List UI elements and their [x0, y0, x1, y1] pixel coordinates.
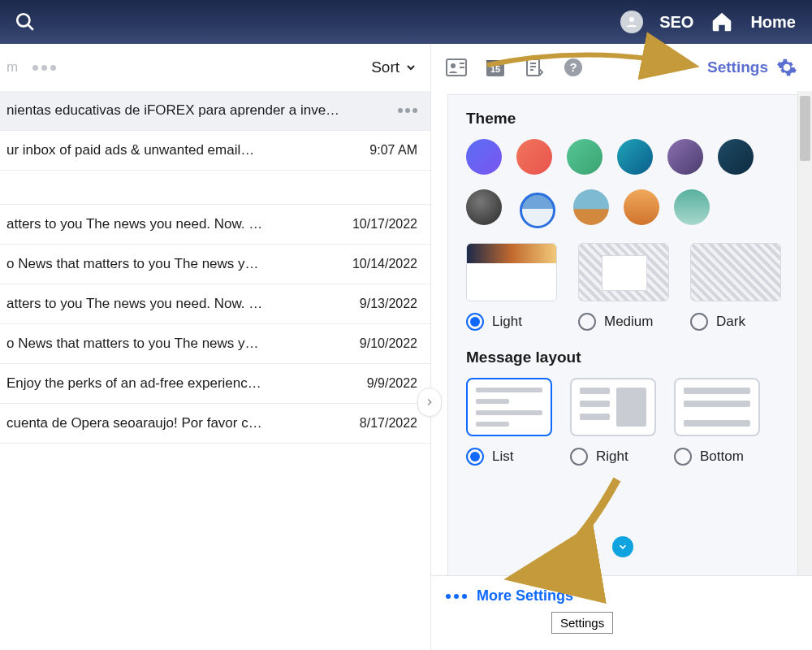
layout-card-bottom[interactable] — [674, 378, 760, 436]
sort-label: Sort — [371, 58, 400, 76]
svg-point-0 — [17, 14, 29, 26]
message-subject: Enjoy the perks of an ad-free experienc… — [6, 375, 357, 392]
layout-label-list: List — [492, 448, 513, 465]
mode-label-dark: Dark — [716, 314, 745, 330]
mode-card-dark[interactable] — [690, 243, 781, 301]
layout-card-list[interactable] — [466, 378, 552, 436]
more-settings-link[interactable]: More Settings — [446, 587, 797, 604]
calendar-day: 15 — [485, 64, 506, 74]
message-subject: nientas educativas de iFOREX para aprend… — [6, 102, 390, 119]
chevron-down-icon — [404, 61, 417, 74]
message-subject: ur inbox of paid ads & unwanted email… — [6, 142, 360, 158]
mode-card-medium[interactable] — [578, 243, 669, 301]
more-icon — [446, 594, 467, 599]
calendar-icon[interactable]: 15 — [485, 57, 506, 78]
message-subject: cuenta de Opera seoaraujo! Por favor c… — [6, 415, 350, 431]
layout-heading: Message layout — [466, 349, 781, 366]
message-row[interactable]: nientas educativas de iFOREX para aprend… — [0, 91, 430, 131]
more-settings-label: More Settings — [477, 587, 573, 604]
layout-card-right[interactable] — [570, 378, 656, 436]
chevron-down-icon — [617, 541, 628, 552]
search-button[interactable] — [11, 8, 39, 36]
svg-point-2 — [629, 17, 634, 22]
theme-swatch-green[interactable] — [567, 139, 603, 175]
settings-footer: More Settings Settings — [431, 575, 812, 650]
layout-label-bottom: Bottom — [700, 448, 744, 465]
message-subject: o News that matters to you The news y… — [6, 336, 350, 352]
settings-label: Settings — [707, 58, 768, 76]
theme-swatches — [466, 139, 781, 232]
message-time: 9/9/2022 — [367, 376, 417, 391]
message-row[interactable]: o News that matters to you The news y…10… — [0, 245, 430, 284]
toolbar: 15 ? Settings — [431, 44, 812, 91]
settings-panel: Theme — [447, 94, 797, 575]
message-time: 9/13/2022 — [360, 297, 417, 311]
help-icon[interactable]: ? — [563, 57, 584, 78]
layout-label-right: Right — [596, 448, 628, 465]
list-more-button[interactable] — [32, 65, 56, 71]
message-row[interactable]: cuenta de Opera seoaraujo! Por favor c…8… — [0, 404, 430, 444]
list-placeholder: m — [6, 59, 18, 76]
theme-swatch-purple[interactable] — [466, 139, 502, 175]
mode-card-light[interactable] — [466, 243, 557, 301]
theme-swatch-teal[interactable] — [617, 139, 653, 175]
message-time: 10/17/2022 — [352, 217, 417, 232]
message-row[interactable]: atters to you The news you need. Now. …1… — [0, 205, 430, 245]
layout-radio-bottom[interactable]: Bottom — [674, 448, 760, 466]
message-subject: o News that matters to you The news y… — [6, 256, 343, 272]
list-gap — [0, 171, 430, 205]
message-time: 10/14/2022 — [352, 257, 417, 271]
app-header: SEO Home — [0, 0, 812, 44]
svg-point-4 — [451, 63, 456, 68]
layout-radio-list[interactable]: List — [466, 448, 552, 466]
search-icon — [15, 11, 36, 32]
username-label: SEO — [659, 13, 693, 32]
message-more-button[interactable] — [398, 108, 417, 113]
message-row[interactable]: atters to you The news you need. Now. …9… — [0, 284, 430, 324]
message-time: 9:07 AM — [369, 143, 417, 158]
mode-radio-medium[interactable]: Medium — [578, 313, 669, 331]
mode-label-medium: Medium — [604, 314, 653, 330]
contacts-icon[interactable] — [446, 57, 467, 78]
theme-heading: Theme — [466, 110, 781, 128]
theme-swatch-mountain-selected[interactable] — [516, 189, 559, 232]
right-pane: 15 ? Settings Theme — [431, 44, 812, 650]
sort-button[interactable]: Sort — [371, 58, 417, 76]
message-time: 8/17/2022 — [360, 416, 417, 431]
message-subject: atters to you The news you need. Now. … — [6, 216, 343, 232]
home-icon[interactable] — [710, 10, 734, 34]
settings-button[interactable]: Settings — [707, 57, 797, 78]
gear-icon — [776, 57, 797, 78]
mode-radio-dark[interactable]: Dark — [690, 313, 781, 331]
message-subject: atters to you The news you need. Now. … — [6, 296, 350, 312]
mode-label-light: Light — [492, 314, 522, 330]
panel-scrollbar[interactable] — [797, 91, 812, 575]
notes-icon[interactable] — [524, 57, 545, 78]
theme-swatch-forest[interactable] — [674, 189, 710, 225]
message-list-pane: m Sort nientas educativas de iFOREX para… — [0, 44, 431, 650]
avatar-icon — [624, 15, 639, 29]
tooltip: Settings — [551, 612, 613, 634]
home-link[interactable]: Home — [750, 13, 796, 32]
mode-radio-light[interactable]: Light — [466, 313, 557, 331]
theme-swatch-navy[interactable] — [718, 139, 754, 175]
layout-radio-right[interactable]: Right — [570, 448, 656, 466]
theme-swatch-violet[interactable] — [667, 139, 703, 175]
message-list[interactable]: nientas educativas de iFOREX para aprend… — [0, 91, 430, 650]
theme-swatch-orange[interactable] — [516, 139, 552, 175]
message-row[interactable]: Enjoy the perks of an ad-free experienc…… — [0, 364, 430, 404]
theme-swatch-beach[interactable] — [573, 189, 609, 225]
message-time: 9/10/2022 — [360, 336, 417, 351]
message-row[interactable]: ur inbox of paid ads & unwanted email…9:… — [0, 131, 430, 171]
svg-line-1 — [28, 24, 33, 30]
theme-swatch-sunset[interactable] — [624, 189, 659, 225]
svg-text:?: ? — [569, 60, 577, 74]
scroll-down-button[interactable] — [612, 536, 633, 557]
theme-swatch-dark[interactable] — [466, 189, 502, 225]
avatar[interactable] — [620, 11, 643, 33]
tooltip-text: Settings — [560, 616, 604, 630]
message-row[interactable]: o News that matters to you The news y…9/… — [0, 324, 430, 364]
